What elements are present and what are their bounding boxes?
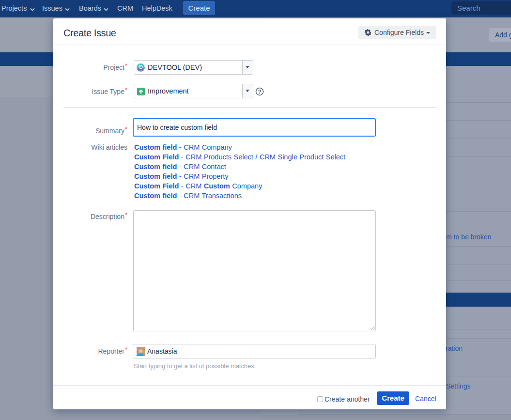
svg-text:?: ? (258, 89, 262, 94)
